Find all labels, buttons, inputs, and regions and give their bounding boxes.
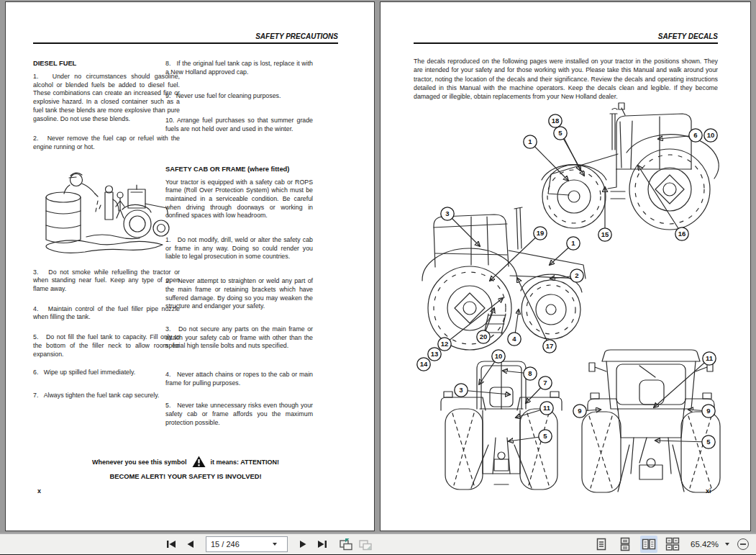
svg-text:15: 15 — [601, 230, 609, 238]
facing-continuous-view-button[interactable] — [664, 536, 681, 553]
left-page-column-1: DIESEL FUEL 1. Under no circumstances sh… — [33, 60, 180, 400]
single-page-view-button[interactable] — [593, 536, 610, 553]
zoom-menu-caret-icon[interactable] — [725, 543, 729, 546]
callout-1: 1 — [567, 237, 580, 250]
svg-text:5: 5 — [706, 438, 711, 446]
next-page-icon — [298, 540, 308, 549]
attention-text-before: Whenever you see this symbol — [92, 459, 187, 466]
callout-13: 13 — [428, 348, 441, 361]
callout-12: 12 — [438, 338, 451, 351]
document-area[interactable]: SAFETY PRECAUTIONS DIESEL FUEL 1. Under … — [0, 0, 756, 533]
previous-page-button[interactable] — [183, 536, 198, 552]
safety-cab-item-3: 3. Do not secure any parts on the main f… — [165, 325, 313, 351]
diesel-item-6: 6. Wipe up spilled fuel immediately. — [33, 369, 180, 377]
callout-15: 15 — [598, 228, 611, 241]
callout-11: 11 — [703, 352, 716, 365]
callout-5: 5 — [702, 436, 715, 448]
callout-4: 4 — [508, 333, 521, 346]
page-number-right: xi — [706, 487, 711, 495]
pdf-viewer-window: SAFETY PRECAUTIONS DIESEL FUEL 1. Under … — [0, 0, 756, 555]
callout-3: 3 — [455, 384, 468, 397]
svg-text:14: 14 — [420, 360, 428, 368]
svg-text:9: 9 — [706, 407, 710, 415]
page-number-input[interactable] — [206, 538, 273, 551]
zoom-level-value[interactable]: 65.42% — [691, 540, 719, 549]
callout-2: 2 — [570, 269, 583, 282]
refuelling-cartoon-illustration — [36, 159, 177, 261]
callout-11: 11 — [540, 402, 553, 415]
zoom-out-button[interactable] — [737, 538, 749, 550]
viewer-toolbar: 65.42% — [0, 533, 756, 555]
facing-view-button[interactable] — [640, 536, 657, 553]
diesel-item-4: 4. Maintain control of the fuel filler p… — [33, 305, 180, 322]
svg-text:1: 1 — [528, 137, 532, 145]
diesel-item-8: 8. If the original fuel tank cap is lost… — [165, 60, 313, 76]
svg-text:11: 11 — [543, 404, 551, 412]
manual-page-left: SAFETY PRECAUTIONS DIESEL FUEL 1. Under … — [5, 1, 375, 531]
tractor-side-view-left-drawing — [422, 207, 586, 350]
callout-10: 10 — [492, 350, 505, 363]
next-view-icon — [358, 538, 373, 551]
left-page-column-2: 8. If the original fuel tank cap is lost… — [165, 60, 313, 428]
facing-continuous-view-icon — [665, 537, 680, 551]
svg-text:4: 4 — [512, 335, 516, 343]
first-page-button[interactable] — [164, 536, 178, 552]
diesel-item-9: 9. Never use fuel for cleaning purposes. — [165, 92, 313, 101]
warning-triangle-icon — [192, 456, 206, 468]
svg-text:3: 3 — [459, 386, 463, 394]
diesel-item-3: 3. Do not smoke while refuelling the tra… — [33, 269, 180, 294]
last-page-button[interactable] — [315, 536, 329, 552]
tractor-rear-view-cab-drawing — [582, 350, 720, 492]
callout-10: 10 — [704, 129, 717, 142]
page-header-right: SAFETY DECALS — [414, 32, 718, 44]
svg-text:5: 5 — [543, 432, 547, 440]
svg-text:6: 6 — [693, 131, 697, 139]
svg-text:1: 1 — [571, 239, 575, 247]
safety-cab-item-2: 2. Never attempt to straighten or weld a… — [165, 277, 313, 311]
last-page-icon — [316, 540, 328, 549]
safety-cab-item-5: 5. Never take unnecessary risks even tho… — [165, 402, 313, 427]
safety-cab-item-4: 4. Never attach chains or ropes to the c… — [165, 371, 313, 387]
svg-text:9: 9 — [578, 407, 581, 415]
callout-9: 9 — [573, 405, 586, 418]
svg-text:17: 17 — [546, 342, 554, 350]
svg-text:10: 10 — [707, 131, 715, 139]
previous-view-button[interactable] — [339, 536, 353, 552]
next-page-button[interactable] — [296, 536, 310, 552]
callout-1: 1 — [524, 135, 537, 148]
continuous-view-button[interactable] — [616, 536, 634, 553]
next-view-button[interactable] — [358, 536, 373, 552]
svg-text:16: 16 — [678, 230, 686, 238]
callout-20: 20 — [477, 330, 490, 343]
diesel-item-5: 5. Do not fill the fuel tank to capacity… — [33, 333, 180, 358]
view-zoom-cluster: 65.42% — [593, 534, 749, 554]
attention-line-2: BECOME ALERT! YOUR SAFETY IS INVOLVED! — [33, 472, 338, 480]
safety-decals-intro: The decals reproduced on the following p… — [414, 57, 718, 101]
svg-text:2: 2 — [575, 271, 578, 279]
first-page-icon — [165, 540, 177, 549]
svg-text:18: 18 — [552, 117, 560, 125]
previous-page-icon — [186, 540, 196, 549]
svg-text:11: 11 — [706, 354, 714, 362]
svg-text:7: 7 — [543, 379, 547, 387]
safety-cab-intro: Your tractor is equipped with a safety c… — [165, 179, 313, 221]
callout-6: 6 — [689, 129, 702, 142]
page-list-caret-icon[interactable] — [273, 543, 277, 546]
attention-text-after: it means: ATTENTION! — [211, 459, 280, 466]
attention-note: Whenever you see this symbol it means: A… — [33, 456, 338, 480]
callout-3: 3 — [441, 207, 454, 220]
svg-text:13: 13 — [431, 350, 439, 358]
svg-text:5: 5 — [558, 129, 563, 137]
diesel-item-10: 10. Arrange fuel purchases so that summe… — [165, 117, 313, 133]
page-number-box — [206, 536, 288, 552]
callout-8: 8 — [524, 367, 537, 380]
facing-view-icon — [641, 537, 657, 551]
callout-17: 17 — [543, 340, 556, 353]
tractor-side-view-cab-drawing — [542, 103, 719, 230]
section-heading-diesel-fuel: DIESEL FUEL — [33, 60, 180, 67]
callout-18: 18 — [549, 114, 562, 127]
svg-text:8: 8 — [528, 369, 532, 377]
callout-7: 7 — [539, 376, 552, 389]
callout-16: 16 — [675, 227, 688, 240]
previous-view-icon — [339, 538, 353, 551]
